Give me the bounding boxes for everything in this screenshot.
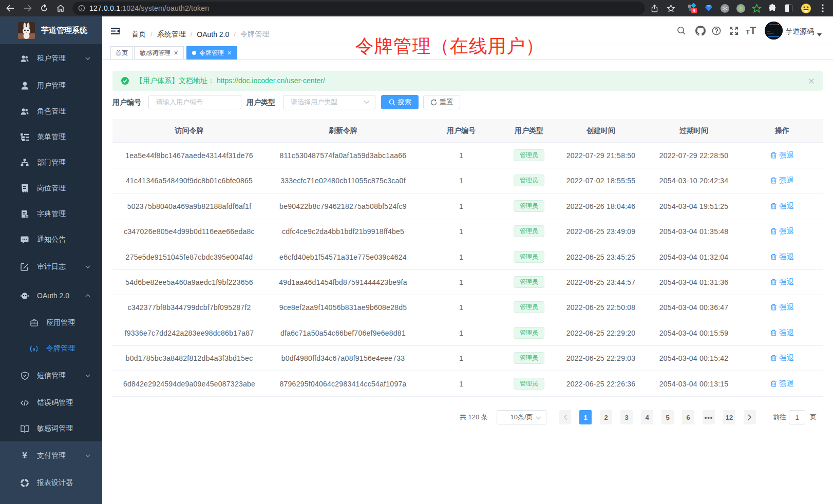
svg-text:9: 9 (693, 8, 695, 13)
svg-text:a: a (33, 346, 35, 351)
